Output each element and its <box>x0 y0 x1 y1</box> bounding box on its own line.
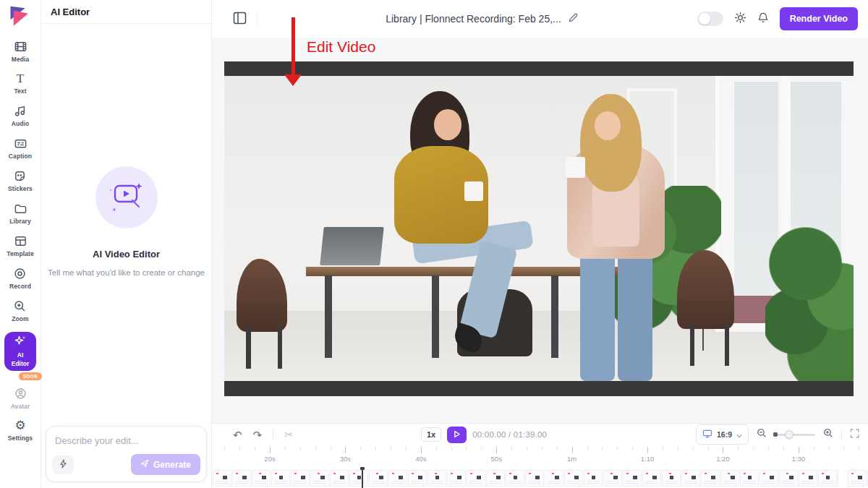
ai-empty-subtitle: Tell me what you'd like to create or cha… <box>41 267 211 278</box>
laptop-shape <box>320 227 383 265</box>
sidebar-item-text[interactable]: T Text <box>14 72 26 95</box>
fullscreen-icon[interactable] <box>850 428 859 441</box>
chair-shape <box>237 259 287 332</box>
video-preview-frame[interactable] <box>224 61 854 396</box>
light-mode-sun-icon[interactable] <box>734 12 746 27</box>
ai-empty-state: AI Video Editor Tell me what you'd like … <box>41 166 211 278</box>
ai-editor-button[interactable]: AI Editor <box>4 332 36 371</box>
lightning-icon <box>59 459 68 471</box>
slider-knob[interactable] <box>785 430 793 439</box>
generate-label: Generate <box>153 460 191 470</box>
sidebar-item-stickers[interactable]: Stickers <box>8 169 33 192</box>
sidebar-item-ai-editor[interactable]: AI Editor SOON <box>4 332 36 375</box>
sticker-icon <box>13 169 27 183</box>
timeline-zoom-slider[interactable] <box>775 434 815 436</box>
toggle-knob <box>699 13 710 25</box>
sidebar-item-label: Zoom <box>12 315 29 322</box>
sidebar-item-label: Media <box>12 56 30 63</box>
redo-icon[interactable]: ↷ <box>253 429 263 440</box>
chevron-down-icon <box>736 428 742 441</box>
notifications-bell-icon[interactable] <box>757 12 769 27</box>
undo-icon[interactable]: ↶ <box>233 429 242 440</box>
record-icon <box>13 267 27 281</box>
sidebar-item-label: Avatar <box>11 403 30 410</box>
sidebar-item-label: Audio <box>12 120 30 127</box>
sidebar-item-record[interactable]: Record <box>9 267 31 290</box>
ai-editor-panel: AI Editor AI Video Editor Tell me what y… <box>41 0 212 488</box>
send-icon <box>140 459 149 470</box>
aspect-ratio-dropdown[interactable]: 16:9 <box>696 424 749 445</box>
ai-editor-label-line2: Editor <box>12 361 30 368</box>
sidebar-item-label: Settings <box>8 435 33 442</box>
panel-title: AI Editor <box>41 0 211 24</box>
edit-pencil-icon[interactable] <box>568 12 579 26</box>
gear-icon: ⚙ <box>14 419 25 432</box>
soon-badge: SOON <box>19 372 42 380</box>
sidebar-item-label: Library <box>9 218 31 225</box>
theme-toggle[interactable] <box>697 12 723 26</box>
editor-header: Library | Flonnect Recording: Feb 25,...… <box>212 0 868 38</box>
edit-prompt-input[interactable] <box>46 427 206 449</box>
sidebar-item-library[interactable]: Library <box>9 202 31 225</box>
person-right-shape <box>580 247 616 381</box>
video-clip-filmstrip-2[interactable] <box>848 470 868 487</box>
sidebar-item-label: Record <box>9 283 31 290</box>
timeline-zoom-in-icon[interactable] <box>823 428 833 441</box>
sparkles-icon <box>14 335 27 351</box>
sidebar-item-label: Caption <box>9 153 32 160</box>
playback-speed-button[interactable]: 1x <box>421 427 441 442</box>
main-area: Library | Flonnect Recording: Feb 25,...… <box>212 0 868 488</box>
plant-shape <box>765 223 854 381</box>
folder-icon <box>14 202 27 215</box>
timeline-track[interactable] <box>212 470 868 487</box>
layout-icon <box>14 234 27 248</box>
controls-divider <box>273 429 273 440</box>
music-note-icon <box>13 104 27 118</box>
avatar-icon <box>14 387 27 401</box>
zoom-in-icon <box>13 299 27 313</box>
sidebar-item-avatar[interactable]: Avatar <box>11 387 30 410</box>
render-video-button[interactable]: Render Video <box>780 7 858 30</box>
controls-divider <box>841 429 842 440</box>
sidebar-item-label: Text <box>14 87 26 95</box>
video-preview-image <box>224 76 854 381</box>
sidebar-item-template[interactable]: Template <box>7 234 34 257</box>
sidebar-item-label: Template <box>7 250 34 257</box>
annotation-arrow <box>292 17 295 76</box>
flonnect-logo[interactable] <box>8 5 33 31</box>
caption-icon <box>14 137 27 150</box>
generate-button[interactable]: Generate <box>131 454 200 475</box>
sidebar-item-settings[interactable]: ⚙ Settings <box>8 419 33 442</box>
ai-video-editor-icon <box>95 166 158 228</box>
play-icon <box>453 429 461 440</box>
timecode-display: 00:00.00 / 01:39.00 <box>472 430 547 439</box>
sidebar-item-zoom[interactable]: Zoom <box>12 299 29 322</box>
timeline-zoom-out-icon[interactable] <box>757 428 767 441</box>
play-button[interactable] <box>447 427 467 443</box>
sidebar-item-caption[interactable]: Caption <box>9 137 32 160</box>
film-icon <box>14 40 27 53</box>
prompt-box: Generate <box>46 426 207 482</box>
quick-actions-button[interactable] <box>52 455 74 474</box>
video-clip-filmstrip[interactable] <box>213 470 839 487</box>
monitor-icon <box>702 428 712 441</box>
ai-editor-label-line1: AI <box>17 352 24 359</box>
sidebar-item-audio[interactable]: Audio <box>12 104 30 127</box>
timeline-ruler[interactable]: 20s30s40s50s1m1:101:201:30 <box>212 445 868 468</box>
slider-fill-mark <box>773 432 778 437</box>
sidebar-item-media[interactable]: Media <box>12 40 30 63</box>
sidebar-item-label: Stickers <box>8 185 33 192</box>
text-icon: T <box>17 72 24 85</box>
playhead-marker[interactable] <box>362 468 363 488</box>
project-title[interactable]: Library | Flonnect Recording: Feb 25,... <box>386 13 561 25</box>
ai-empty-title: AI Video Editor <box>41 249 211 260</box>
timeline-section: ↶ ↷ ✂ 1x 00:00.00 / 01:39.00 1 <box>212 423 868 488</box>
split-scissors-icon[interactable]: ✂ <box>284 429 293 440</box>
aspect-ratio-value: 16:9 <box>717 430 732 439</box>
annotation-label: Edit Video <box>307 38 375 56</box>
annotation-arrow-head <box>284 74 302 86</box>
icon-rail: Media T Text Audio Caption Stickers <box>0 0 41 488</box>
